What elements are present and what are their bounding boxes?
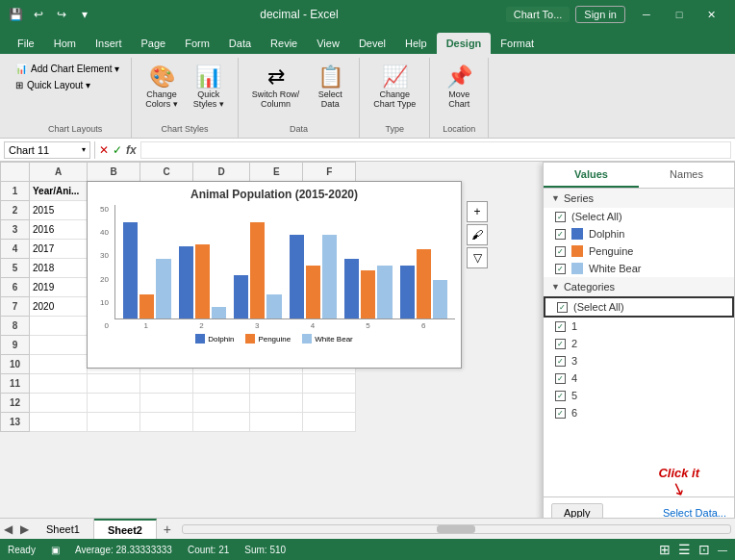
cell-r10-c1[interactable] bbox=[30, 355, 88, 374]
select-data-ribbon-button[interactable]: 📋 SelectData bbox=[309, 64, 351, 112]
category-2[interactable]: 2 bbox=[544, 335, 734, 352]
change-colors-button[interactable]: 🎨 ChangeColors ▾ bbox=[139, 64, 184, 112]
tab-page[interactable]: Page bbox=[131, 33, 175, 54]
row-header-9[interactable]: 9 bbox=[1, 336, 30, 355]
add-sheet-button[interactable]: + bbox=[157, 519, 178, 540]
cell-r7-c1[interactable]: 2020 bbox=[30, 297, 88, 317]
row-header-13[interactable]: 13 bbox=[1, 413, 30, 432]
tab-file[interactable]: File bbox=[8, 33, 44, 54]
confirm-formula-icon[interactable]: ✓ bbox=[113, 143, 122, 157]
tab-insert[interactable]: Insert bbox=[86, 33, 132, 54]
col-header-c[interactable]: C bbox=[140, 163, 193, 182]
cat-3-cb[interactable] bbox=[555, 356, 566, 367]
row-header-10[interactable]: 10 bbox=[1, 355, 30, 374]
series-whitebear[interactable]: White Bear bbox=[544, 260, 734, 277]
row-header-1[interactable]: 1 bbox=[1, 182, 30, 201]
tab-help[interactable]: Help bbox=[395, 33, 437, 54]
switch-row-column-button[interactable]: ⇄ Switch Row/Column bbox=[246, 64, 306, 112]
row-header-6[interactable]: 6 bbox=[1, 278, 30, 297]
series-penguine[interactable]: Penguine bbox=[544, 242, 734, 260]
tab-form[interactable]: Form bbox=[175, 33, 219, 54]
col-header-a[interactable]: A bbox=[30, 163, 88, 182]
apply-button[interactable]: Apply bbox=[551, 503, 603, 518]
col-header-b[interactable]: B bbox=[88, 163, 140, 182]
cell-r4-c1[interactable]: 2017 bbox=[30, 240, 88, 259]
category-1[interactable]: 1 bbox=[544, 318, 734, 335]
series-select-all[interactable]: (Select All) bbox=[544, 208, 734, 225]
series-dolphin-cb[interactable] bbox=[555, 229, 566, 240]
cell-r5-c1[interactable]: 2018 bbox=[30, 259, 88, 278]
cat-6-cb[interactable] bbox=[555, 408, 566, 419]
cell-r11-c4[interactable] bbox=[193, 374, 250, 394]
cat-5-cb[interactable] bbox=[555, 391, 566, 401]
paint-brush-button[interactable]: 🖌 bbox=[467, 224, 488, 245]
cell-r12-c6[interactable] bbox=[303, 394, 356, 413]
col-header-d[interactable]: D bbox=[193, 163, 250, 182]
name-box-dropdown-icon[interactable]: ▾ bbox=[82, 145, 86, 154]
save-icon[interactable]: 💾 bbox=[8, 7, 23, 22]
add-element-button[interactable]: + bbox=[467, 201, 488, 222]
sheet-tab-sheet1[interactable]: Sheet1 bbox=[33, 519, 94, 540]
cell-r12-c2[interactable] bbox=[88, 394, 140, 413]
tab-design[interactable]: Design bbox=[437, 33, 492, 54]
tab-values[interactable]: Values bbox=[544, 163, 639, 188]
category-5[interactable]: 5 bbox=[544, 387, 734, 404]
series-arrow[interactable]: ▼ bbox=[551, 193, 560, 203]
cell-r6-c1[interactable]: 2019 bbox=[30, 278, 88, 297]
col-header-f[interactable]: F bbox=[303, 163, 356, 182]
formula-input[interactable] bbox=[140, 141, 731, 159]
cat-1-cb[interactable] bbox=[555, 321, 566, 332]
cat-2-cb[interactable] bbox=[555, 339, 566, 349]
cell-r13-c1[interactable] bbox=[30, 413, 88, 432]
sheet-nav-prev[interactable]: ◀ bbox=[0, 522, 16, 536]
quick-styles-button[interactable]: 📊 QuickStyles ▾ bbox=[188, 64, 230, 112]
chart-tools-tab[interactable]: Chart To... bbox=[506, 7, 570, 22]
cell-r11-c6[interactable] bbox=[303, 374, 356, 394]
series-dolphin[interactable]: Dolphin bbox=[544, 225, 734, 242]
more-icon[interactable]: ▾ bbox=[77, 7, 92, 22]
name-box[interactable]: Chart 11 ▾ bbox=[4, 141, 90, 159]
row-header-12[interactable]: 12 bbox=[1, 394, 30, 413]
cell-r13-c6[interactable] bbox=[303, 413, 356, 432]
close-button[interactable]: ✕ bbox=[697, 0, 727, 29]
row-header-7[interactable]: 7 bbox=[1, 297, 30, 317]
row-header-11[interactable]: 11 bbox=[1, 374, 30, 394]
cell-r13-c3[interactable] bbox=[140, 413, 193, 432]
cell-r1-c1[interactable]: Year/Ani... bbox=[30, 182, 88, 201]
category-4[interactable]: 4 bbox=[544, 369, 734, 387]
tab-home[interactable]: Hom bbox=[44, 33, 86, 54]
series-whitebear-cb[interactable] bbox=[555, 264, 566, 274]
tab-names[interactable]: Names bbox=[639, 163, 734, 188]
col-header-e[interactable]: E bbox=[250, 163, 303, 182]
move-chart-button[interactable]: 📌 MoveChart bbox=[438, 64, 480, 112]
cell-r12-c3[interactable] bbox=[140, 394, 193, 413]
row-header-5[interactable]: 5 bbox=[1, 259, 30, 278]
cell-r13-c2[interactable] bbox=[88, 413, 140, 432]
chart-container[interactable]: Animal Population (2015-2020) 50 40 30 2… bbox=[87, 181, 462, 369]
cell-r12-c1[interactable] bbox=[30, 394, 88, 413]
quick-layout-button[interactable]: ⊞ Quick Layout ▾ bbox=[12, 78, 123, 92]
series-penguine-cb[interactable] bbox=[555, 246, 566, 257]
tab-data[interactable]: Data bbox=[219, 33, 261, 54]
categories-arrow[interactable]: ▼ bbox=[551, 282, 560, 292]
cell-r11-c3[interactable] bbox=[140, 374, 193, 394]
cell-r13-c5[interactable] bbox=[250, 413, 303, 432]
filter-button[interactable]: ▽ bbox=[467, 247, 488, 268]
cat-4-cb[interactable] bbox=[555, 373, 566, 384]
add-chart-element-button[interactable]: 📊 Add Chart Element ▾ bbox=[12, 62, 123, 76]
cat-select-all-cb[interactable] bbox=[557, 302, 568, 313]
category-select-all[interactable]: (Select All) bbox=[544, 296, 734, 318]
row-header-4[interactable]: 4 bbox=[1, 240, 30, 259]
cell-r12-c4[interactable] bbox=[193, 394, 250, 413]
undo-icon[interactable]: ↩ bbox=[31, 7, 46, 22]
tab-devel[interactable]: Devel bbox=[349, 33, 395, 54]
row-header-2[interactable]: 2 bbox=[1, 201, 30, 220]
cell-r12-c5[interactable] bbox=[250, 394, 303, 413]
cell-r11-c5[interactable] bbox=[250, 374, 303, 394]
tab-format[interactable]: Format bbox=[491, 33, 544, 54]
page-layout-icon[interactable]: ☰ bbox=[678, 542, 691, 557]
tab-view[interactable]: View bbox=[307, 33, 349, 54]
row-header-3[interactable]: 3 bbox=[1, 220, 30, 240]
category-3[interactable]: 3 bbox=[544, 352, 734, 369]
normal-view-icon[interactable]: ⊞ bbox=[659, 542, 671, 557]
